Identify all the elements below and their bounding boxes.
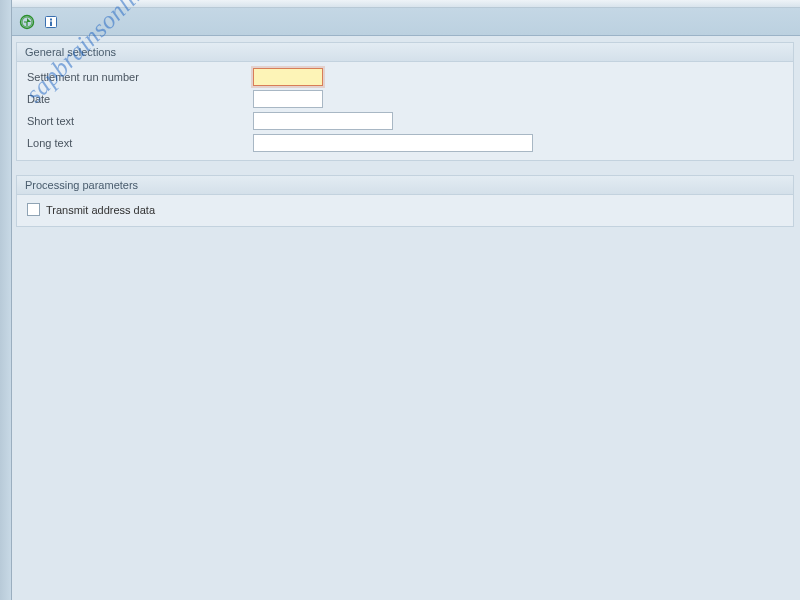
titlebar [0,0,800,8]
svg-rect-4 [50,21,52,26]
form-row: Date [23,88,787,110]
execute-icon [19,14,35,30]
application-toolbar [0,8,800,36]
group-header-processing: Processing parameters [17,176,793,195]
checkbox-transmit-address[interactable] [27,203,40,216]
info-icon [43,14,59,30]
input-settlement-run-number[interactable] [253,68,323,86]
info-button[interactable] [42,13,60,31]
form-row: Settlement run number [23,66,787,88]
label-settlement-run: Settlement run number [23,71,253,83]
input-short-text[interactable] [253,112,393,130]
form-row: Long text [23,132,787,154]
input-date[interactable] [253,90,323,108]
general-selections-group: General selections Settlement run number… [16,42,794,161]
label-transmit-address: Transmit address data [46,204,155,216]
label-long-text: Long text [23,137,253,149]
processing-parameters-group: Processing parameters Transmit address d… [16,175,794,227]
execute-button[interactable] [18,13,36,31]
checkbox-row: Transmit address data [23,199,787,220]
label-date: Date [23,93,253,105]
form-row: Short text [23,110,787,132]
svg-rect-3 [50,18,52,20]
left-frame-border [0,0,12,600]
label-short-text: Short text [23,115,253,127]
group-header-general: General selections [17,43,793,62]
input-long-text[interactable] [253,134,533,152]
content-area: General selections Settlement run number… [12,36,800,600]
